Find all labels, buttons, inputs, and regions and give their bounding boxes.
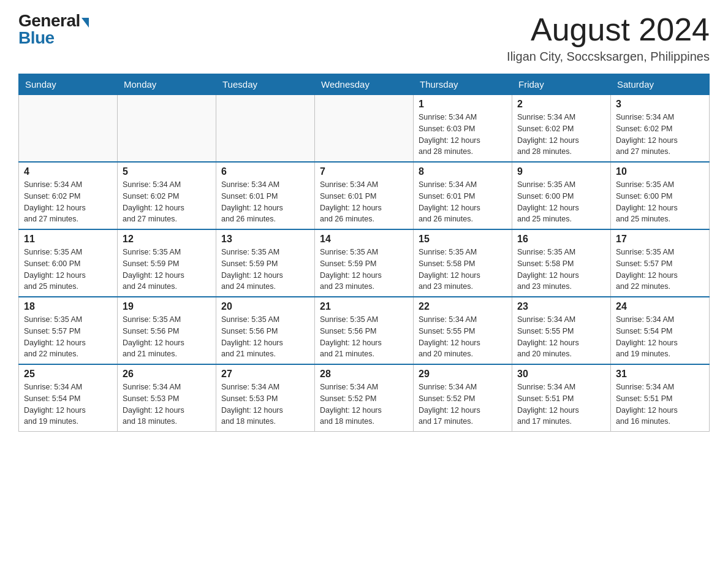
calendar-cell: 6Sunrise: 5:34 AMSunset: 6:01 PMDaylight… [216, 162, 315, 229]
day-info: Sunrise: 5:34 AMSunset: 6:02 PMDaylight:… [517, 112, 605, 158]
calendar-cell [315, 95, 414, 163]
calendar-cell [216, 95, 315, 163]
day-info: Sunrise: 5:34 AMSunset: 5:54 PMDaylight:… [616, 314, 704, 360]
logo-blue-text: Blue [18, 29, 55, 47]
calendar-cell: 21Sunrise: 5:35 AMSunset: 5:56 PMDayligh… [315, 297, 414, 364]
day-number: 2 [517, 99, 605, 110]
calendar-cell: 14Sunrise: 5:35 AMSunset: 5:59 PMDayligh… [315, 229, 414, 297]
day-number: 17 [616, 234, 704, 245]
calendar-cell: 11Sunrise: 5:35 AMSunset: 6:00 PMDayligh… [19, 229, 118, 297]
page-header: General Blue August 2024 Iligan City, So… [18, 12, 710, 64]
day-info: Sunrise: 5:34 AMSunset: 6:02 PMDaylight:… [24, 179, 112, 225]
calendar-cell: 8Sunrise: 5:34 AMSunset: 6:01 PMDaylight… [414, 162, 512, 229]
day-info: Sunrise: 5:35 AMSunset: 5:59 PMDaylight:… [320, 247, 408, 293]
day-number: 29 [419, 369, 507, 380]
calendar-cell: 22Sunrise: 5:34 AMSunset: 5:55 PMDayligh… [414, 297, 512, 364]
day-info: Sunrise: 5:34 AMSunset: 5:55 PMDaylight:… [517, 314, 605, 360]
day-info: Sunrise: 5:34 AMSunset: 5:53 PMDaylight:… [221, 381, 309, 427]
day-info: Sunrise: 5:34 AMSunset: 5:51 PMDaylight:… [616, 381, 704, 427]
day-info: Sunrise: 5:34 AMSunset: 5:51 PMDaylight:… [517, 381, 605, 427]
day-info: Sunrise: 5:34 AMSunset: 6:01 PMDaylight:… [320, 179, 408, 225]
calendar-week-row: 18Sunrise: 5:35 AMSunset: 5:57 PMDayligh… [19, 297, 710, 364]
day-info: Sunrise: 5:35 AMSunset: 5:57 PMDaylight:… [24, 314, 112, 360]
calendar-cell: 24Sunrise: 5:34 AMSunset: 5:54 PMDayligh… [611, 297, 710, 364]
day-info: Sunrise: 5:34 AMSunset: 5:53 PMDaylight:… [123, 381, 211, 427]
column-header-friday: Friday [512, 74, 611, 95]
day-number: 26 [123, 369, 211, 380]
calendar-cell: 25Sunrise: 5:34 AMSunset: 5:54 PMDayligh… [19, 364, 118, 432]
calendar-cell: 17Sunrise: 5:35 AMSunset: 5:57 PMDayligh… [611, 229, 710, 297]
day-info: Sunrise: 5:35 AMSunset: 5:56 PMDaylight:… [221, 314, 309, 360]
day-number: 11 [24, 234, 112, 245]
calendar-cell: 13Sunrise: 5:35 AMSunset: 5:59 PMDayligh… [216, 229, 315, 297]
calendar-cell: 20Sunrise: 5:35 AMSunset: 5:56 PMDayligh… [216, 297, 315, 364]
calendar-cell [118, 95, 216, 163]
calendar-cell: 26Sunrise: 5:34 AMSunset: 5:53 PMDayligh… [118, 364, 216, 432]
day-number: 30 [517, 369, 605, 380]
day-number: 19 [123, 301, 211, 312]
month-title: August 2024 [507, 12, 710, 47]
calendar-table: SundayMondayTuesdayWednesdayThursdayFrid… [18, 74, 710, 432]
column-header-saturday: Saturday [611, 74, 710, 95]
calendar-cell: 16Sunrise: 5:35 AMSunset: 5:58 PMDayligh… [512, 229, 611, 297]
calendar-cell: 15Sunrise: 5:35 AMSunset: 5:58 PMDayligh… [414, 229, 512, 297]
day-number: 22 [419, 301, 507, 312]
day-info: Sunrise: 5:34 AMSunset: 5:54 PMDaylight:… [24, 381, 112, 427]
day-number: 3 [616, 99, 704, 110]
calendar-cell: 12Sunrise: 5:35 AMSunset: 5:59 PMDayligh… [118, 229, 216, 297]
column-header-tuesday: Tuesday [216, 74, 315, 95]
calendar-cell: 9Sunrise: 5:35 AMSunset: 6:00 PMDaylight… [512, 162, 611, 229]
calendar-cell: 23Sunrise: 5:34 AMSunset: 5:55 PMDayligh… [512, 297, 611, 364]
logo-triangle-icon [82, 18, 89, 28]
calendar-cell: 28Sunrise: 5:34 AMSunset: 5:52 PMDayligh… [315, 364, 414, 432]
day-info: Sunrise: 5:34 AMSunset: 6:02 PMDaylight:… [123, 179, 211, 225]
calendar-cell: 31Sunrise: 5:34 AMSunset: 5:51 PMDayligh… [611, 364, 710, 432]
calendar-cell [19, 95, 118, 163]
day-number: 25 [24, 369, 112, 380]
day-number: 1 [419, 99, 507, 110]
day-info: Sunrise: 5:34 AMSunset: 6:02 PMDaylight:… [616, 112, 704, 158]
day-number: 7 [320, 166, 408, 177]
day-info: Sunrise: 5:34 AMSunset: 6:01 PMDaylight:… [419, 179, 507, 225]
logo-general-text: General [18, 12, 80, 29]
day-number: 24 [616, 301, 704, 312]
day-info: Sunrise: 5:34 AMSunset: 6:01 PMDaylight:… [221, 179, 309, 225]
day-number: 4 [24, 166, 112, 177]
calendar-week-row: 25Sunrise: 5:34 AMSunset: 5:54 PMDayligh… [19, 364, 710, 432]
calendar-cell: 4Sunrise: 5:34 AMSunset: 6:02 PMDaylight… [19, 162, 118, 229]
day-number: 13 [221, 234, 309, 245]
day-info: Sunrise: 5:35 AMSunset: 5:58 PMDaylight:… [517, 247, 605, 293]
day-info: Sunrise: 5:35 AMSunset: 5:58 PMDaylight:… [419, 247, 507, 293]
day-number: 14 [320, 234, 408, 245]
calendar-cell: 27Sunrise: 5:34 AMSunset: 5:53 PMDayligh… [216, 364, 315, 432]
day-info: Sunrise: 5:35 AMSunset: 5:56 PMDaylight:… [123, 314, 211, 360]
day-info: Sunrise: 5:35 AMSunset: 5:59 PMDaylight:… [221, 247, 309, 293]
calendar-cell: 29Sunrise: 5:34 AMSunset: 5:52 PMDayligh… [414, 364, 512, 432]
calendar-cell: 5Sunrise: 5:34 AMSunset: 6:02 PMDaylight… [118, 162, 216, 229]
column-header-wednesday: Wednesday [315, 74, 414, 95]
day-info: Sunrise: 5:35 AMSunset: 6:00 PMDaylight:… [24, 247, 112, 293]
day-number: 27 [221, 369, 309, 380]
calendar-cell: 1Sunrise: 5:34 AMSunset: 6:03 PMDaylight… [414, 95, 512, 163]
day-number: 12 [123, 234, 211, 245]
calendar-cell: 3Sunrise: 5:34 AMSunset: 6:02 PMDaylight… [611, 95, 710, 163]
day-info: Sunrise: 5:35 AMSunset: 5:59 PMDaylight:… [123, 247, 211, 293]
day-number: 15 [419, 234, 507, 245]
day-number: 6 [221, 166, 309, 177]
day-number: 8 [419, 166, 507, 177]
day-number: 23 [517, 301, 605, 312]
calendar-cell: 7Sunrise: 5:34 AMSunset: 6:01 PMDaylight… [315, 162, 414, 229]
calendar-cell: 10Sunrise: 5:35 AMSunset: 6:00 PMDayligh… [611, 162, 710, 229]
day-info: Sunrise: 5:35 AMSunset: 6:00 PMDaylight:… [517, 179, 605, 225]
day-number: 5 [123, 166, 211, 177]
location-title: Iligan City, Soccsksargen, Philippines [507, 50, 710, 64]
day-info: Sunrise: 5:34 AMSunset: 6:03 PMDaylight:… [419, 112, 507, 158]
day-number: 18 [24, 301, 112, 312]
day-info: Sunrise: 5:34 AMSunset: 5:55 PMDaylight:… [419, 314, 507, 360]
calendar-week-row: 11Sunrise: 5:35 AMSunset: 6:00 PMDayligh… [19, 229, 710, 297]
title-area: August 2024 Iligan City, Soccsksargen, P… [507, 12, 710, 64]
day-number: 31 [616, 369, 704, 380]
calendar-cell: 18Sunrise: 5:35 AMSunset: 5:57 PMDayligh… [19, 297, 118, 364]
day-number: 16 [517, 234, 605, 245]
calendar-header-row: SundayMondayTuesdayWednesdayThursdayFrid… [19, 74, 710, 95]
